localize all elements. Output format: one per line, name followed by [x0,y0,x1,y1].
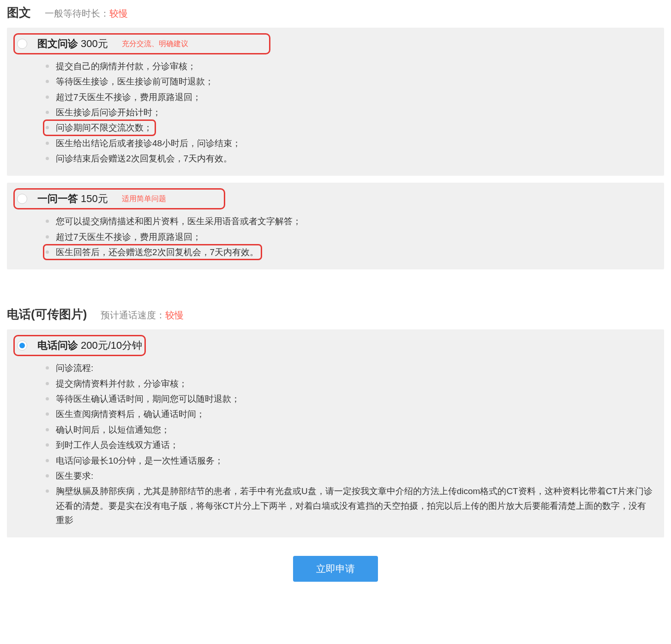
section-title: 图文 [7,5,31,21]
list-item-text: 您可以提交病情描述和图片资料，医生采用语音或者文字解答； [56,214,301,228]
radio-icon[interactable] [17,340,27,351]
list-item: 医生给出结论后或者接诊48小时后，问诊结束； [46,136,654,150]
option-header[interactable]: 电话问诊200元/10分钟 [17,339,142,352]
section-subtitle-label: 预计通话速度： [101,309,165,322]
list-item-text: 到时工作人员会连线双方通话； [56,438,179,452]
option-price: 200元/10分钟 [81,339,142,352]
option-name: 图文问诊 [37,37,78,51]
list-item: 提交病情资料并付款，分诊审核； [46,376,654,391]
list-item-text: 医生回答后，还会赠送您2次回复机会，7天内有效。 [56,245,258,259]
list-item-text: 问诊流程: [56,361,93,375]
list-item: 超过7天医生不接诊，费用原路退回； [46,230,654,244]
list-item: 超过7天医生不接诊，费用原路退回； [46,90,654,104]
list-item-text: 医生查阅病情资料后，确认通话时间； [56,407,205,421]
highlight-annotation [43,119,156,136]
option-tag: 充分交流、明确建议 [122,39,188,49]
list-item: 到时工作人员会连线双方通话； [46,438,654,452]
list-item: 医生查阅病情资料后，确认通话时间； [46,407,654,421]
section-title: 电话(可传图片) [7,306,87,322]
list-item: 胸壁纵膈及肺部疾病，尤其是肺部结节的患者，若手中有光盘或U盘，请一定按我文章中介… [46,484,654,527]
option-header[interactable]: 一问一答150元适用简单问题 [17,192,222,206]
section-header: 图文一般等待时长：较慢 [7,5,664,21]
list-item-text: 超过7天医生不接诊，费用原路退回； [56,230,201,244]
list-item-text: 提交病情资料并付款，分诊审核； [56,376,187,391]
list-item: 电话问诊最长10分钟，是一次性通话服务； [46,453,654,468]
section-subtitle-label: 一般等待时长： [45,7,109,20]
list-item: 医生接诊后问诊开始计时； [46,105,654,119]
option-card[interactable]: 电话问诊200元/10分钟问诊流程:提交病情资料并付款，分诊审核；等待医生确认通… [7,329,664,537]
option-card[interactable]: 图文问诊300元充分交流、明确建议提交自己的病情并付款，分诊审核；等待医生接诊，… [7,28,664,176]
list-item: 提交自己的病情并付款，分诊审核； [46,59,654,73]
list-item: 医生回答后，还会赠送您2次回复机会，7天内有效。 [46,245,654,259]
radio-icon[interactable] [17,194,27,204]
detail-list: 您可以提交病情描述和图片资料，医生采用语音或者文字解答；超过7天医生不接诊，费用… [17,214,654,259]
section-header: 电话(可传图片)预计通话速度：较慢 [7,306,664,322]
section-speed: 较慢 [109,7,128,20]
apply-button[interactable]: 立即申请 [293,556,378,582]
section-speed: 较慢 [165,309,184,322]
highlight-annotation [43,244,262,260]
list-item-text: 胸壁纵膈及肺部疾病，尤其是肺部结节的患者，若手中有光盘或U盘，请一定按我文章中介… [56,484,654,527]
list-item: 等待医生确认通话时间，期间您可以随时退款； [46,392,654,406]
option-tag: 适用简单问题 [122,194,166,204]
option-name: 电话问诊 [37,339,78,352]
radio-icon[interactable] [17,39,27,49]
list-item-text: 医生要求: [56,469,93,483]
detail-list: 提交自己的病情并付款，分诊审核；等待医生接诊，医生接诊前可随时退款；超过7天医生… [17,59,654,166]
list-item-text: 问诊期间不限交流次数； [56,120,152,135]
list-item: 问诊期间不限交流次数； [46,120,654,135]
option-price: 150元 [81,192,108,206]
list-item-text: 等待医生接诊，医生接诊前可随时退款； [56,74,214,89]
list-item: 您可以提交病情描述和图片资料，医生采用语音或者文字解答； [46,214,654,228]
list-item: 确认时间后，以短信通知您； [46,423,654,437]
list-item-text: 超过7天医生不接诊，费用原路退回； [56,90,201,104]
detail-list: 问诊流程:提交病情资料并付款，分诊审核；等待医生确认通话时间，期间您可以随时退款… [17,361,654,527]
option-price: 300元 [81,37,108,51]
list-item-text: 确认时间后，以短信通知您； [56,423,170,437]
list-item-text: 医生给出结论后或者接诊48小时后，问诊结束； [56,136,241,150]
list-item-text: 问诊结束后会赠送2次回复机会，7天内有效。 [56,151,232,166]
list-item-text: 等待医生确认通话时间，期间您可以随时退款； [56,392,240,406]
list-item: 问诊流程: [46,361,654,375]
list-item: 问诊结束后会赠送2次回复机会，7天内有效。 [46,151,654,166]
option-header[interactable]: 图文问诊300元充分交流、明确建议 [17,37,267,51]
list-item-text: 提交自己的病情并付款，分诊审核； [56,59,196,73]
list-item-text: 电话问诊最长10分钟，是一次性通话服务； [56,453,223,468]
list-item: 医生要求: [46,469,654,483]
option-card[interactable]: 一问一答150元适用简单问题您可以提交病情描述和图片资料，医生采用语音或者文字解… [7,183,664,269]
list-item-text: 医生接诊后问诊开始计时； [56,105,161,119]
list-item: 等待医生接诊，医生接诊前可随时退款； [46,74,654,89]
option-name: 一问一答 [37,192,78,206]
